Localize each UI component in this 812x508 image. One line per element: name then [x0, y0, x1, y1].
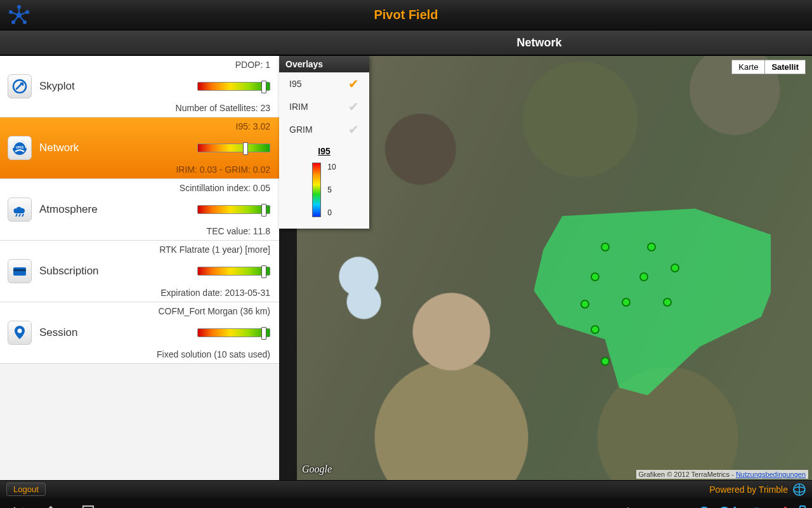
footer-bar: Logout Powered by Trimble	[0, 480, 812, 498]
sidebar: Skyplot PDOP: 1 Number of Satellites: 23…	[0, 56, 279, 480]
sidebar-meta-bottom: Fixed solution (10 sats used)	[157, 349, 270, 359]
svg-line-8	[19, 15, 25, 22]
overlays-title: Overlays	[279, 56, 369, 72]
app-logo-icon	[8, 4, 30, 29]
sidebar-item-label: Network	[39, 142, 79, 154]
status-clock: 8:31	[699, 504, 739, 509]
right-pane: Karte Satellit Google Grafiken © 2012 Te…	[279, 56, 812, 480]
legend-title: I95	[288, 146, 360, 156]
sidebar-item-label: Session	[39, 326, 77, 339]
quality-gauge	[197, 205, 270, 214]
overlay-label: IRIM	[289, 102, 308, 112]
page-header-title: Network	[516, 36, 561, 50]
station-marker[interactable]	[639, 272, 648, 281]
svg-line-16	[22, 214, 23, 217]
overlays-panel: Overlays I95 ✔ IRIM ✔ GRIM ✔ I95 10 5	[279, 56, 369, 229]
svg-line-14	[16, 214, 17, 217]
sidebar-meta-bottom: Number of Satellites: 23	[176, 103, 270, 113]
tray-image-icon[interactable]	[593, 504, 610, 508]
sidebar-item-session[interactable]: Session COFM_Fort Morgan (36 km) Fixed s…	[0, 302, 279, 364]
battery-icon	[799, 505, 806, 508]
legend-scale-bar	[312, 163, 321, 217]
map-canvas[interactable]: Karte Satellit Google Grafiken © 2012 Te…	[297, 56, 812, 480]
recent-apps-icon[interactable]	[77, 504, 95, 508]
svg-rect-18	[13, 269, 26, 271]
check-icon: ✔	[348, 77, 359, 90]
trimble-icon	[793, 483, 806, 496]
map-type-karte[interactable]: Karte	[732, 60, 764, 74]
station-marker[interactable]	[580, 300, 589, 309]
quality-gauge	[197, 82, 270, 91]
station-marker[interactable]	[663, 298, 672, 307]
legend-scale-max: 10	[327, 163, 336, 171]
station-marker[interactable]	[601, 243, 610, 251]
overlay-toggle-grim[interactable]: GRIM ✔	[279, 118, 369, 141]
sidebar-meta-bottom: Expiration date: 2013-05-31	[160, 288, 270, 298]
page-header: Network	[0, 30, 812, 56]
check-icon: ✔	[348, 100, 359, 113]
svg-text:VRS: VRS	[16, 145, 23, 149]
skyplot-icon	[8, 74, 32, 98]
overlay-toggle-irim[interactable]: IRIM ✔	[279, 95, 369, 118]
svg-line-9	[13, 15, 19, 22]
svg-point-19	[18, 329, 22, 333]
tray-shop-icon[interactable]	[672, 504, 690, 508]
map-type-satellit[interactable]: Satellit	[764, 60, 805, 74]
sidebar-item-label: Skyplot	[39, 80, 75, 93]
overlay-label: GRIM	[289, 124, 313, 135]
atmosphere-icon	[8, 197, 32, 222]
app-title: Pivot Field	[374, 8, 438, 22]
map-attribution: Grafiken © 2012 TerraMetrics - Nutzungsb…	[636, 470, 809, 479]
sidebar-meta-bottom: TEC value: 11.8	[207, 226, 270, 236]
sidebar-fill	[0, 364, 279, 480]
svg-rect-17	[13, 267, 26, 276]
google-badge: Google	[302, 464, 332, 475]
map-type-toggle: Karte Satellit	[731, 60, 806, 74]
tray-download-icon[interactable]	[566, 504, 584, 508]
quality-gauge	[197, 267, 270, 276]
wifi-icon	[748, 504, 766, 508]
sidebar-meta-bottom: IRIM: 0.03 - GRIM: 0.02	[176, 164, 270, 175]
quality-gauge	[197, 144, 270, 152]
sidebar-item-skyplot[interactable]: Skyplot PDOP: 1 Number of Satellites: 23	[0, 56, 279, 117]
map-attribution-link[interactable]: Nutzungsbedingungen	[736, 471, 806, 478]
sidebar-item-atmosphere[interactable]: Atmosphere Scintillation index: 0.05 TEC…	[0, 179, 279, 241]
overlay-toggle-i95[interactable]: I95 ✔	[279, 72, 369, 95]
legend-scale-min: 0	[327, 208, 336, 217]
legend: I95 10 5 0	[279, 141, 369, 229]
sidebar-meta-top: RTK Flatrate (1 year) [more]	[159, 244, 270, 255]
tray-download2-icon[interactable]	[619, 504, 637, 508]
sidebar-meta-top: I95: 3.02	[236, 121, 271, 131]
home-icon[interactable]	[42, 504, 60, 508]
sidebar-item-label: Atmosphere	[39, 203, 98, 216]
sidebar-item-subscription[interactable]: Subscription RTK Flatrate (1 year) [more…	[0, 241, 279, 302]
logout-button[interactable]: Logout	[6, 483, 46, 496]
sidebar-meta-top: COFM_Fort Morgan (36 km)	[158, 306, 270, 316]
station-marker[interactable]	[591, 325, 599, 334]
overlay-label: I95	[289, 79, 301, 89]
main-split: Skyplot PDOP: 1 Number of Satellites: 23…	[0, 56, 812, 480]
app-title-bar: Pivot Field	[0, 0, 812, 30]
station-marker[interactable]	[622, 298, 631, 307]
map-attribution-text: Grafiken © 2012 TerraMetrics -	[639, 471, 736, 478]
check-icon: ✔	[348, 123, 359, 136]
station-marker[interactable]	[647, 243, 656, 251]
powered-label: Powered by Trimble	[709, 485, 788, 495]
sidebar-item-label: Subscription	[39, 265, 99, 277]
back-icon[interactable]	[6, 504, 24, 508]
network-icon: VRS	[8, 136, 32, 160]
tray-android-icon[interactable]	[646, 504, 664, 508]
subscription-icon	[8, 259, 32, 283]
android-nav-bar: 8:31	[0, 498, 812, 508]
sidebar-meta-top: PDOP: 1	[235, 60, 270, 70]
session-icon	[8, 321, 32, 345]
sidebar-item-network[interactable]: VRS Network I95: 3.02 IRIM: 0.03 - GRIM:…	[0, 117, 279, 179]
quality-gauge	[197, 328, 270, 337]
legend-scale-mid: 5	[327, 185, 336, 194]
svg-line-15	[19, 214, 20, 217]
station-marker[interactable]	[591, 272, 599, 281]
powered-by: Powered by Trimble	[709, 483, 806, 496]
sidebar-meta-top: Scintillation index: 0.05	[180, 183, 270, 193]
station-marker[interactable]	[671, 264, 679, 272]
